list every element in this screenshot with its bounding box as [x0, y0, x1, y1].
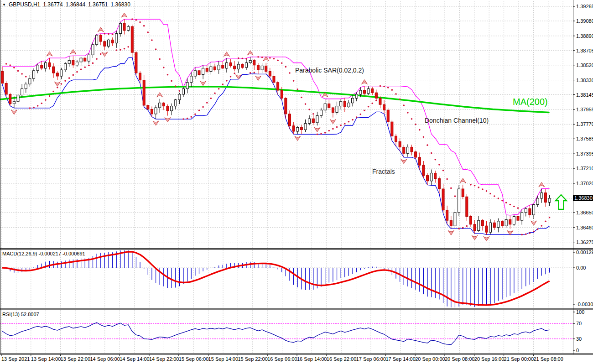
sar-dot — [147, 31, 149, 33]
sar-dot — [348, 121, 350, 123]
candle-body — [9, 94, 11, 104]
sar-dot — [61, 83, 62, 85]
candle-body — [88, 55, 90, 61]
candle-body — [544, 193, 546, 203]
sar-dot — [194, 113, 196, 115]
sar-dot — [517, 207, 519, 209]
sar-dot — [407, 112, 409, 114]
sar-dot — [5, 63, 7, 65]
fractal-down-arrow-icon — [484, 236, 489, 241]
rsi-layer — [2, 322, 550, 344]
sar-dot — [112, 34, 114, 36]
candle-body — [190, 76, 192, 83]
fractals-annotation: Fractals — [372, 168, 395, 175]
candle-body — [115, 34, 118, 43]
candle-body — [328, 104, 330, 108]
candle-body — [111, 40, 114, 43]
ohlc-low: 1.36751 — [88, 1, 108, 8]
sar-dot — [13, 67, 15, 69]
candle-body — [450, 220, 452, 226]
sar-dot — [328, 130, 330, 132]
sar-dot — [261, 57, 263, 58]
candle-body — [194, 71, 196, 76]
candle-body — [438, 179, 440, 189]
candle-body — [178, 94, 181, 100]
candle-body — [406, 147, 409, 153]
sar-dot — [250, 72, 251, 74]
candle-body — [127, 26, 130, 31]
candle-body — [375, 93, 377, 98]
sar-dot — [92, 62, 94, 64]
sar-dot — [163, 67, 165, 68]
candle-body — [473, 224, 476, 231]
fractal-down-arrow-icon — [11, 110, 17, 114]
sar-dot — [88, 64, 90, 66]
candle-body — [292, 126, 295, 131]
candle-body — [536, 198, 539, 205]
sar-dot — [151, 39, 153, 41]
sar-dot — [494, 195, 495, 197]
candle-body — [446, 210, 448, 220]
candle-body — [261, 66, 263, 70]
candle-body — [395, 136, 397, 141]
donchian-channel-annotation: Donchian Channel(10) — [425, 117, 489, 124]
candle-body — [517, 217, 519, 221]
sar-dot — [45, 99, 47, 101]
candle-body — [174, 100, 177, 106]
sar-dot — [411, 118, 413, 120]
candle-body — [300, 127, 302, 130]
ma200-line — [0, 87, 549, 112]
candle-body — [493, 223, 495, 227]
sar-dot — [222, 83, 224, 85]
sar-dot — [415, 124, 416, 125]
sar-dot — [277, 59, 279, 61]
fractal-down-arrow-icon — [314, 127, 320, 132]
sar-dot — [305, 103, 307, 105]
sar-dot — [324, 132, 326, 134]
sar-dot — [383, 86, 385, 88]
sar-dot — [273, 58, 275, 60]
candle-body — [52, 67, 55, 73]
sar-dot — [438, 164, 440, 166]
candle-body — [548, 198, 551, 203]
fractal-down-arrow-icon — [401, 159, 407, 164]
candle-body — [225, 63, 228, 68]
candle-body — [288, 114, 291, 126]
candle-body — [72, 60, 74, 65]
candle-body — [257, 65, 259, 70]
sar-dot — [182, 118, 184, 120]
sar-dot — [332, 128, 334, 130]
sar-dot — [533, 230, 535, 232]
ohlc-high: 1.36844 — [66, 1, 85, 8]
sar-dot — [57, 87, 58, 88]
candle-body — [108, 40, 110, 46]
candle-body — [422, 165, 425, 175]
candle-body — [76, 62, 78, 65]
candle-body — [427, 176, 429, 181]
sar-dot — [513, 206, 515, 208]
candle-body — [68, 60, 70, 63]
fractal-down-arrow-icon — [54, 82, 60, 86]
ma200-annotation: MA(200) — [513, 97, 548, 107]
sar-dot — [293, 80, 295, 82]
macd-indicator-label: MACD(12,26,9) -0.000217 -0.000691 — [2, 251, 85, 256]
candle-body — [96, 35, 98, 45]
sar-dot — [269, 57, 271, 59]
sar-dot — [427, 144, 428, 146]
candle-body — [541, 193, 543, 198]
candle-body — [478, 220, 480, 230]
sar-dot — [202, 106, 204, 108]
sar-dot — [296, 88, 298, 90]
fractal-down-arrow-icon — [255, 76, 261, 80]
sar-dot — [226, 80, 228, 82]
candle-body — [131, 26, 133, 52]
candle-body — [198, 71, 200, 75]
sar-dot — [344, 123, 346, 125]
sar-dot — [218, 88, 220, 90]
chart-canvas[interactable] — [0, 0, 593, 364]
sar-dot — [521, 234, 523, 236]
candle-body — [273, 76, 275, 83]
candle-body — [387, 110, 389, 122]
sar-dot — [419, 129, 421, 131]
candle-body — [139, 73, 141, 80]
